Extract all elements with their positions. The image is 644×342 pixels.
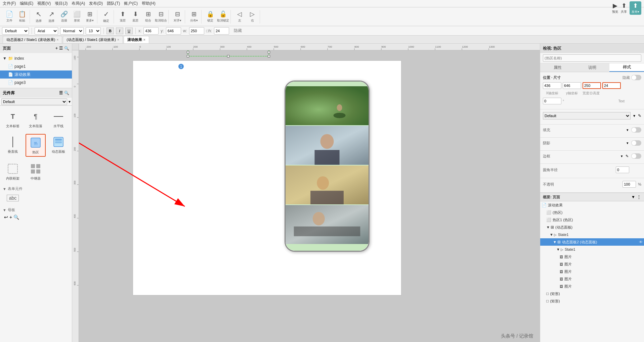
fill-toggle[interactable] — [631, 127, 641, 133]
layer-img3[interactable]: 🖼 图片 — [540, 268, 644, 275]
toolbar-left-btn[interactable]: ◁ 左 — [233, 10, 246, 23]
comp-paragraph[interactable]: ¶ 文本段落 — [26, 108, 46, 130]
border-toggle[interactable] — [631, 153, 641, 159]
layer-img2[interactable]: 🖼 图片 — [540, 260, 644, 268]
comp-repeater[interactable]: 中继器 — [26, 161, 46, 182]
comp-dynamic-panel[interactable]: 动态面板 — [48, 134, 69, 157]
comp-filter-down[interactable]: ▾ — [69, 99, 71, 104]
border-edit-btn[interactable]: ✎ — [626, 154, 629, 158]
layer-rect1[interactable]: □ (矩形) — [540, 290, 644, 297]
toolbar-align-btn[interactable]: ⊟ 对齐▾ — [171, 10, 183, 23]
toolbar-right-btn[interactable]: ▷ 右 — [246, 10, 258, 23]
hidden-toggle[interactable] — [631, 75, 641, 80]
layer-rect2[interactable]: □ (矩形) — [540, 297, 644, 305]
pos-x-input[interactable] — [543, 82, 561, 89]
rp-tab-style[interactable]: 样式 — [609, 63, 644, 72]
preview-btn[interactable]: ▶ 预览 — [612, 2, 618, 14]
comp-text-label[interactable]: T 文本标签 — [3, 108, 23, 130]
layer-state1-inner[interactable]: ▼ ▷ State1 — [540, 246, 644, 253]
page-select[interactable]: Default — [2, 27, 29, 35]
y-input[interactable] — [166, 27, 181, 35]
italic-btn[interactable]: I — [116, 28, 123, 34]
layer-img1[interactable]: 🖼 图片 — [540, 253, 644, 260]
pos-h-input[interactable] — [602, 82, 621, 89]
page-index[interactable]: ▼ 📁 index — [0, 54, 72, 62]
publish-btn[interactable]: ⬆ 发布▾ — [630, 1, 641, 15]
underline-btn[interactable]: U — [125, 28, 133, 34]
layers-menu-btn[interactable]: ⋮ — [637, 194, 641, 200]
tab-scroll-effect[interactable]: 滚动效果 × — [124, 36, 149, 43]
pages-add-btn[interactable]: + — [55, 46, 58, 51]
corner-input[interactable] — [616, 166, 629, 173]
toolbar-top-btn[interactable]: ⬆ 顶层 — [117, 10, 129, 23]
phone-mockup[interactable] — [285, 81, 370, 252]
rp-tab-notes[interactable]: 说明 — [575, 63, 609, 72]
menu-account[interactable]: 账户(C) — [124, 1, 138, 6]
toolbar-select-btn[interactable]: ↖ 选择 — [33, 10, 45, 23]
w-input[interactable] — [189, 27, 204, 35]
canvas-area[interactable]: -200 -100 0 100 200 300 400 500 600 700 — [72, 44, 540, 342]
tab-close-2[interactable]: × — [117, 38, 119, 42]
toolbar-paste-btn[interactable]: 📋 粘贴 — [16, 10, 28, 23]
comp-search-btn[interactable]: 🔍 — [64, 91, 69, 95]
layer-img5[interactable]: 🖼 图片 — [540, 283, 644, 290]
angle-input[interactable] — [543, 98, 561, 104]
shadow-down-btn[interactable]: ▾ — [627, 141, 629, 145]
menu-file[interactable]: 文件(F) — [3, 1, 16, 6]
pages-search-btn[interactable]: 🔍 — [64, 46, 69, 51]
comp-menu-btn[interactable]: ☰ — [59, 91, 63, 95]
pages-menu-btn[interactable]: ☰ — [59, 46, 63, 51]
menu-project[interactable]: 项目(J) — [55, 1, 68, 6]
layer-scroll-effect[interactable]: 📄 滚动效果 — [540, 201, 644, 209]
tab-dynamic-panel[interactable]: (动态面板) / State1 (滚动效果) × — [63, 36, 123, 43]
rp-tab-properties[interactable]: 属性 — [540, 63, 575, 72]
pos-w-input[interactable] — [583, 82, 601, 89]
toolbar-bottom-btn[interactable]: ⬇ 底层 — [129, 10, 141, 23]
tab-dynamic-panel2[interactable]: 动态面板2 / State1 (滚动效果) × — [3, 36, 62, 43]
comp-text-field[interactable]: abc — [3, 193, 23, 203]
menu-layout[interactable]: 布局(A) — [72, 1, 85, 6]
master-add-btn[interactable]: + — [9, 214, 12, 220]
layer-hotspot1[interactable]: ⬜ 热区1 (热区) — [540, 216, 644, 224]
toolbar-lock-btn[interactable]: 🔒 锁定 — [204, 10, 216, 23]
toolbar-unlock-btn[interactable]: 🔓 取消锁定 — [217, 10, 229, 23]
menu-team[interactable]: 团队(T) — [107, 1, 120, 6]
style-edit-btn[interactable]: ✎ — [638, 113, 641, 118]
font-style-select[interactable]: Normal — [60, 27, 84, 35]
toolbar-distribute-btn[interactable]: ⊞ 分布▾ — [188, 10, 200, 23]
font-size-select[interactable]: 13 — [86, 27, 101, 35]
tab-close-3[interactable]: × — [143, 38, 145, 42]
layers-filter-btn[interactable]: ▼ — [631, 195, 635, 199]
toolbar-ungroup-btn[interactable]: ⊟ 取消组合 — [155, 10, 167, 23]
layer-dynamic-panel[interactable]: ▼ ⊞ (动态面板) — [540, 224, 644, 231]
shadow-toggle[interactable] — [631, 140, 641, 146]
layer-hotspot[interactable]: ⬜ (热区) — [540, 209, 644, 216]
menu-publish[interactable]: 发布(D) — [89, 1, 103, 6]
tab-close-1[interactable]: × — [56, 38, 58, 42]
menu-view[interactable]: 视图(V) — [37, 1, 51, 6]
share-btn[interactable]: ⬆ 共享 — [621, 2, 627, 14]
page-page1[interactable]: 📄 page1 — [0, 62, 72, 70]
comp-hline[interactable]: 水平线 — [48, 108, 69, 130]
toolbar-select2-btn[interactable]: ↗ 选择 — [45, 10, 57, 23]
x-input[interactable] — [143, 27, 159, 35]
h-input[interactable] — [214, 27, 229, 35]
layer-dp2[interactable]: ▼ ⊞ 动态面板2 (动态面板) 👁 — [540, 238, 644, 246]
border-down-btn[interactable]: ▾ — [621, 154, 623, 158]
toolbar-group-btn[interactable]: ⊞ 组合 — [142, 10, 154, 23]
bold-btn[interactable]: B — [106, 28, 114, 34]
toolbar-shape-btn[interactable]: ⬜ 形状 — [71, 10, 83, 23]
element-name-input[interactable] — [543, 54, 641, 62]
comp-filter-select[interactable]: Default — [1, 98, 67, 105]
comp-hotspot[interactable]: 热 热区 — [26, 134, 46, 157]
toolbar-new-btn[interactable]: 📄 文件 — [3, 10, 15, 23]
toolbar-connect-btn[interactable]: 🔗 连接 — [58, 10, 70, 23]
page-scroll-effect[interactable]: 📄 滚动效果 — [0, 70, 72, 79]
page-page3[interactable]: 📄 page3 — [0, 79, 72, 87]
layer-visibility-dp2[interactable]: 👁 — [639, 240, 643, 244]
comp-inline-frame[interactable]: 内联框架 — [3, 161, 23, 182]
fill-down-btn[interactable]: ▾ — [627, 128, 629, 132]
comp-vline[interactable]: 垂直线 — [3, 134, 23, 157]
menu-edit[interactable]: 编辑(E) — [20, 1, 33, 6]
master-search-btn[interactable]: 🔍 — [13, 214, 19, 220]
